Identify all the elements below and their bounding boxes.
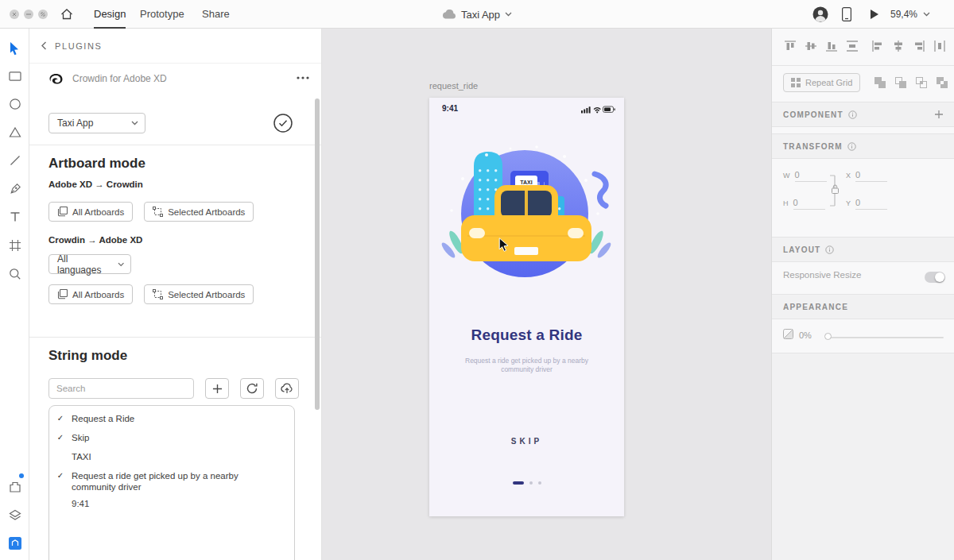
list-item[interactable]: ✓ Skip [49,428,294,447]
text-tool[interactable] [0,205,29,229]
boolean-exclude-button[interactable] [936,76,948,89]
zoom-tool[interactable] [0,262,29,286]
plugin-more-button[interactable] [297,76,309,79]
pen-tool[interactable] [0,177,29,201]
tab-share[interactable]: Share [202,0,230,29]
opacity-slider-knob[interactable] [824,333,832,340]
status-bar-icons [581,105,616,114]
artboard-tool[interactable] [0,234,29,257]
status-bar-time[interactable]: 9:41 [442,104,458,113]
info-icon[interactable] [825,245,834,254]
panel-scrollbar[interactable] [315,98,320,410]
languages-select[interactable]: All languages [48,254,131,274]
boolean-intersect-button[interactable] [915,76,928,89]
tab-prototype[interactable]: Prototype [140,0,184,29]
width-field-group: W 0 [783,170,827,182]
plus-icon [212,384,223,394]
repeat-grid-button[interactable]: Repeat Grid [783,73,860,92]
opacity-slider[interactable] [828,337,944,338]
boolean-add-button[interactable] [874,76,886,89]
list-item[interactable]: ✓ Request a Ride [49,409,294,428]
taxi-sign-text[interactable]: TAXI [520,180,532,185]
account-button[interactable] [812,6,828,22]
boolean-subtract-button[interactable] [894,76,907,89]
window-minimize-button[interactable] [24,10,33,19]
chevron-left-icon [41,41,47,50]
mouse-cursor [498,238,510,252]
artboard-label[interactable]: request_ride [429,81,478,91]
project-select[interactable]: Taxi App [48,113,145,133]
info-icon[interactable] [848,110,857,119]
height-input[interactable]: 0 [793,198,825,210]
home-button[interactable] [60,8,73,21]
info-icon[interactable] [847,142,856,151]
align-middle-button[interactable] [805,40,817,52]
top-bar: Design Prototype Share Taxi App 59,4% [0,0,954,29]
selected-artboards-button[interactable]: Selected Artboards [144,284,254,304]
tab-design[interactable]: Design [94,0,126,29]
distribute-horizontal-button[interactable] [933,40,946,52]
responsive-resize-toggle[interactable] [925,272,945,283]
skip-button[interactable]: SKIP [429,437,624,446]
list-item[interactable]: 9:41 [49,494,294,513]
list-item[interactable]: ✓ Request a ride get picked up by a near… [49,466,294,494]
selected-artboards-button[interactable]: Selected Artboards [144,202,254,222]
squiggle-shape [595,174,606,206]
back-button[interactable] [41,41,47,50]
add-string-button[interactable] [205,378,229,399]
window-close-button[interactable] [10,10,19,19]
ellipse-tool[interactable] [0,92,29,116]
select-tool[interactable] [0,37,29,60]
desktop-preview-button[interactable] [870,9,879,20]
property-inspector: Repeat Grid COMPONENT TRANSFORM W 0 X 0 … [771,29,954,560]
confirm-project-button[interactable] [273,113,293,133]
y-input[interactable]: 0 [855,198,887,210]
string-mode-title: String mode [48,348,127,364]
x-input[interactable]: 0 [855,170,887,182]
opacity-value[interactable]: 0% [799,330,812,340]
align-right-button[interactable] [913,40,925,52]
hero-illustration[interactable]: TAXI [439,141,614,298]
upload-strings-button[interactable] [275,378,299,399]
layers-panel-button[interactable] [0,503,29,527]
plus-icon [934,110,944,119]
libraries-panel-button[interactable] [0,531,29,555]
all-artboards-button[interactable]: All Artboards [48,202,133,222]
plugins-panel-button[interactable] [0,475,29,499]
add-component-button[interactable] [934,110,944,119]
artboards-copy-icon [57,289,68,299]
plugins-panel: PLUGINS Crowdin for Adobe XD Taxi App Ar… [29,29,322,560]
project-select-value: Taxi App [57,118,93,129]
y-field-group: Y 0 [846,198,887,210]
translated-check: ✓ [49,470,72,481]
canvas[interactable]: request_ride 9:41 [322,29,771,560]
refresh-strings-button[interactable] [240,378,264,399]
screen-title[interactable]: Request a Ride [429,326,624,344]
screen-subtitle[interactable]: Request a ride get picked up by a nearby… [459,357,595,374]
width-input[interactable]: 0 [795,170,827,182]
align-bottom-button[interactable] [825,40,838,52]
phone-icon [842,7,851,21]
page-dot [529,481,533,485]
tools-sidebar [0,29,29,560]
appearance-section-header: APPEARANCE [772,294,954,319]
list-item[interactable]: TAXI [49,447,294,466]
window-zoom-button[interactable] [38,10,48,19]
tab-design-label: Design [94,8,126,20]
zoom-control[interactable]: 59,4% [890,0,930,29]
align-top-button[interactable] [784,40,797,52]
polygon-tool[interactable] [0,121,29,145]
cloud-icon [442,10,456,19]
all-artboards-button[interactable]: All Artboards [48,284,133,304]
close-icon [12,12,17,17]
align-left-button[interactable] [871,40,884,52]
line-tool[interactable] [0,149,29,172]
distribute-vertical-button[interactable] [846,40,859,52]
search-input[interactable] [48,378,194,399]
lock-aspect-icon[interactable] [829,172,840,210]
rectangle-tool[interactable] [0,64,29,88]
align-center-button[interactable] [892,40,905,52]
toggle-knob [935,272,944,282]
device-preview-button[interactable] [842,7,851,21]
artboard-request-ride[interactable]: 9:41 [429,98,624,516]
